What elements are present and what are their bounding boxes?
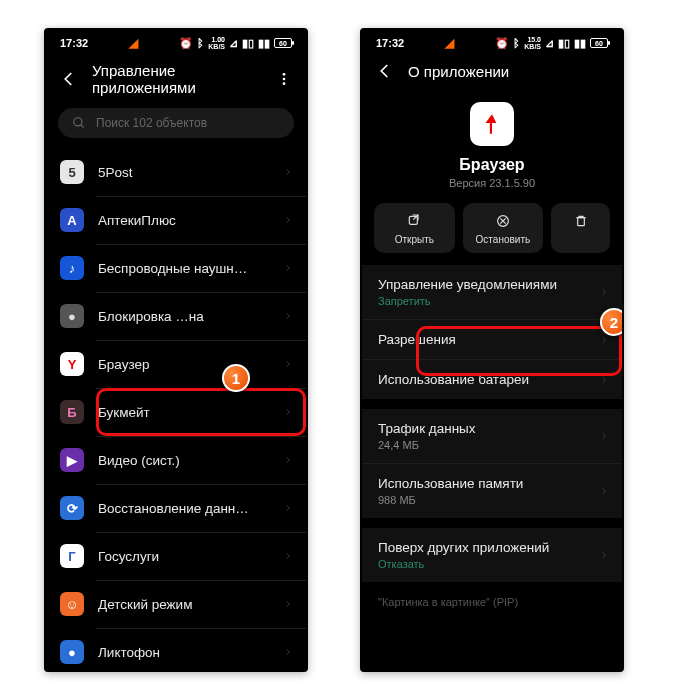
net-speed: 1.00KB/S xyxy=(208,36,225,50)
search-placeholder: Поиск 102 объектов xyxy=(96,116,207,130)
chevron-right-icon xyxy=(284,598,292,610)
app-row[interactable]: ▶Видео (сист.) xyxy=(46,436,306,484)
search-input[interactable]: Поиск 102 объектов xyxy=(58,108,294,138)
status-time: 17:32 xyxy=(60,37,88,49)
signal-icon-2: ▮▮ xyxy=(574,37,586,50)
step-badge-2: 2 xyxy=(600,308,624,336)
chevron-right-icon xyxy=(600,549,608,561)
alarm-icon: ⏰ xyxy=(179,37,193,50)
stop-label: Остановить xyxy=(476,234,531,245)
status-time: 17:32 xyxy=(376,37,404,49)
row-notifications[interactable]: Управление уведомлениями Запретить xyxy=(362,265,622,319)
app-row[interactable]: ●Блокировка …на xyxy=(46,292,306,340)
app-row[interactable]: 55Post xyxy=(46,148,306,196)
battery-icon: 60 xyxy=(274,38,292,48)
chevron-right-icon xyxy=(284,310,292,322)
step-badge-1: 1 xyxy=(222,364,250,392)
row-memory[interactable]: Использование памяти 988 МБ xyxy=(362,463,622,518)
alarm-icon: ⏰ xyxy=(495,37,509,50)
row-permissions[interactable]: Разрешения xyxy=(362,319,622,359)
svg-point-0 xyxy=(283,73,286,76)
signal-icon: ▮▯ xyxy=(242,37,254,50)
chevron-right-icon xyxy=(600,334,608,346)
battery-icon: 60 xyxy=(590,38,608,48)
app-hero: Браузер Версия 23.1.5.90 xyxy=(362,92,622,203)
chevron-right-icon xyxy=(284,646,292,658)
row-sub: 988 МБ xyxy=(378,494,606,506)
page-title: О приложении xyxy=(408,63,608,80)
row-sub: Запретить xyxy=(378,295,606,307)
chevron-right-icon xyxy=(284,406,292,418)
app-icon: 5 xyxy=(60,160,84,184)
row-label: Использование памяти xyxy=(378,476,606,491)
app-icon: ● xyxy=(60,304,84,328)
app-row[interactable]: ●Ликтофон xyxy=(46,628,306,670)
app-label: Видео (сист.) xyxy=(98,453,270,468)
row-sub: Отказать xyxy=(378,558,606,570)
open-button[interactable]: Открыть xyxy=(374,203,455,253)
row-battery[interactable]: Использование батареи xyxy=(362,359,622,399)
svg-rect-6 xyxy=(577,218,584,226)
row-sub: 24,4 МБ xyxy=(378,439,606,451)
uninstall-button[interactable] xyxy=(551,203,610,253)
chevron-right-icon xyxy=(284,502,292,514)
row-traffic[interactable]: Трафик данных 24,4 МБ xyxy=(362,409,622,463)
app-label: Восстановление данн… xyxy=(98,501,270,516)
app-icon: ⟳ xyxy=(60,496,84,520)
app-row[interactable]: ГГосуслуги xyxy=(46,532,306,580)
svg-point-3 xyxy=(74,118,82,126)
svg-point-1 xyxy=(283,78,286,81)
app-row[interactable]: AАптекиПлюс xyxy=(46,196,306,244)
app-icon: ● xyxy=(60,640,84,664)
bluetooth-icon: ᛒ xyxy=(197,37,204,49)
wifi-icon: ⊿ xyxy=(545,37,554,50)
svg-point-2 xyxy=(283,82,286,85)
app-icon: ☺ xyxy=(60,592,84,616)
status-notif-icon: ◢ xyxy=(445,36,454,50)
stop-button[interactable]: Остановить xyxy=(463,203,544,253)
more-icon[interactable] xyxy=(276,71,292,87)
net-speed: 15.0KB/S xyxy=(524,36,541,50)
app-label: Детский режим xyxy=(98,597,270,612)
app-row[interactable]: ББукмейт xyxy=(46,388,306,436)
app-row[interactable]: YБраузер xyxy=(46,340,306,388)
status-notif-icon: ◢ xyxy=(129,36,138,50)
app-row[interactable]: ☺Детский режим xyxy=(46,580,306,628)
row-overlay[interactable]: Поверх других приложений Отказать xyxy=(362,528,622,582)
chevron-right-icon xyxy=(600,430,608,442)
status-bar: 17:32 ◢ ⏰ ᛒ 15.0KB/S ⊿ ▮▯ ▮▮ 60 xyxy=(362,30,622,52)
chevron-right-icon xyxy=(284,358,292,370)
app-row[interactable]: ♪Беспроводные наушн… xyxy=(46,244,306,292)
app-version: Версия 23.1.5.90 xyxy=(449,177,535,189)
app-row[interactable]: ⟳Восстановление данн… xyxy=(46,484,306,532)
app-icon: Г xyxy=(60,544,84,568)
header: О приложении xyxy=(362,52,622,92)
back-icon[interactable] xyxy=(60,70,78,88)
status-bar: 17:32 ◢ ⏰ ᛒ 1.00KB/S ⊿ ▮▯ ▮▮ 60 xyxy=(46,30,306,52)
app-label: Ликтофон xyxy=(98,645,270,660)
chevron-right-icon xyxy=(284,262,292,274)
header: Управление приложениями xyxy=(46,52,306,108)
app-label: АптекиПлюс xyxy=(98,213,270,228)
app-label: Блокировка …на xyxy=(98,309,270,324)
back-icon[interactable] xyxy=(376,62,394,80)
yandex-icon xyxy=(479,111,505,137)
row-label: Трафик данных xyxy=(378,421,606,436)
chevron-right-icon xyxy=(284,550,292,562)
app-icon: Y xyxy=(60,352,84,376)
chevron-right-icon xyxy=(600,286,608,298)
app-label: 5Post xyxy=(98,165,270,180)
app-icon: Б xyxy=(60,400,84,424)
search-icon xyxy=(72,116,86,130)
row-label: Поверх других приложений xyxy=(378,540,606,555)
phone-right: 17:32 ◢ ⏰ ᛒ 15.0KB/S ⊿ ▮▯ ▮▮ 60 О прилож… xyxy=(362,30,622,670)
open-icon xyxy=(406,213,422,229)
row-label: Управление уведомлениями xyxy=(378,277,606,292)
open-label: Открыть xyxy=(395,234,434,245)
row-label: Использование батареи xyxy=(378,372,606,387)
chevron-right-icon xyxy=(600,374,608,386)
stop-icon xyxy=(495,213,511,229)
app-label: Госуслуги xyxy=(98,549,270,564)
app-icon xyxy=(470,102,514,146)
app-label: Букмейт xyxy=(98,405,270,420)
